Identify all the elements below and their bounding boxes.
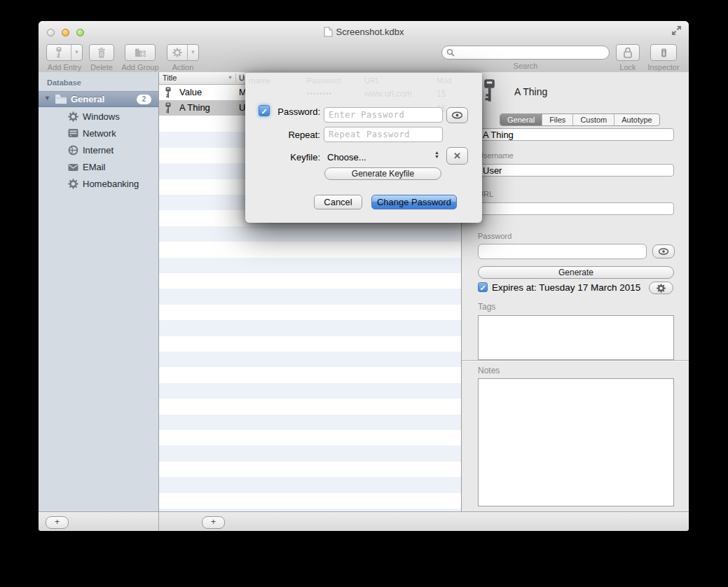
expires-label: Expires at: Tuesday 17 March 2015: [492, 282, 640, 293]
sidebar-item-email[interactable]: EMail: [39, 160, 158, 175]
checkmark-icon: ✓: [479, 284, 486, 292]
add-entry-group: ▼ Add Entry: [45, 44, 84, 71]
disclosure-triangle-icon[interactable]: ▼: [44, 95, 50, 102]
generate-button[interactable]: Generate: [478, 266, 674, 279]
inspector-entry-title: A Thing: [514, 86, 547, 97]
inspector-tabs: General Files Custom Autotype: [500, 113, 660, 126]
dialog-repeat-input[interactable]: [324, 127, 443, 142]
notes-label: Notes: [478, 366, 500, 375]
add-group-plus-button[interactable]: +: [46, 516, 69, 529]
cancel-button[interactable]: Cancel: [314, 195, 362, 209]
inspector-panel: A Thing General Files Custom Autotype Us…: [461, 72, 689, 511]
sidebar-header: Database: [47, 78, 81, 87]
sidebar-item-internet[interactable]: Internet: [39, 143, 158, 158]
search-label: Search: [441, 62, 610, 70]
keyfile-stepper-icon[interactable]: ▲ ▼: [434, 151, 439, 159]
dialog-reveal-password-button[interactable]: [446, 107, 468, 123]
envelope-icon: [68, 162, 78, 172]
inspector-button[interactable]: [650, 44, 677, 61]
cancel-label: Cancel: [324, 197, 352, 207]
fullscreen-icon[interactable]: [671, 25, 682, 36]
action-button[interactable]: ▼: [167, 44, 199, 61]
sidebar-item-label: Homebanking: [83, 179, 139, 189]
server-icon: [68, 128, 78, 139]
expires-options-button[interactable]: [649, 282, 673, 294]
generate-label: Generate: [558, 268, 593, 277]
key-icon: [165, 102, 172, 116]
username-field[interactable]: [478, 164, 674, 177]
tab-custom[interactable]: Custom: [573, 114, 614, 125]
plus-icon: +: [211, 517, 216, 527]
password-field[interactable]: [478, 244, 647, 259]
delete-label: Delete: [85, 63, 118, 71]
add-entry-button[interactable]: ▼: [46, 44, 83, 61]
ghost-header-url: URL: [364, 76, 380, 85]
change-password-button[interactable]: Change Password: [371, 195, 457, 209]
sidebar-item-windows[interactable]: Windows: [39, 109, 158, 125]
inspector-group: Inspector: [645, 44, 682, 71]
gear-icon: [68, 111, 78, 122]
lock-open-icon: [623, 47, 633, 58]
add-entry-plus-button[interactable]: +: [202, 516, 225, 529]
expires-checkbox[interactable]: ✓: [478, 282, 488, 292]
add-group-group: Add Group: [120, 44, 160, 71]
sidebar-group-general[interactable]: ▼ General 2: [39, 91, 158, 107]
action-group: ▼ Action: [163, 44, 202, 71]
ghost-header-modified: Mod: [437, 76, 451, 85]
sidebar-item-network[interactable]: Network: [39, 126, 158, 141]
column-divider[interactable]: [235, 74, 236, 83]
dialog-password-input[interactable]: [324, 107, 443, 123]
search-icon: [446, 48, 455, 57]
tags-box[interactable]: [478, 315, 674, 360]
gear-icon: [657, 284, 666, 293]
keyfile-clear-button[interactable]: ✕: [446, 147, 468, 165]
search-input[interactable]: [455, 46, 609, 59]
gear-icon: [68, 179, 78, 189]
title-field[interactable]: [478, 128, 674, 141]
eye-icon: [658, 248, 669, 255]
tab-general[interactable]: General: [500, 114, 542, 125]
generate-keyfile-button[interactable]: Generate Keyfile: [324, 167, 441, 180]
dialog-repeat-label: Repeat:: [245, 130, 320, 140]
ghost-header-username: rname: [249, 76, 270, 85]
app-window: Screenshot.kdbx ▼ Add Entry: [39, 21, 689, 531]
group-label: General: [71, 94, 104, 104]
sidebar-item-label: Network: [83, 128, 116, 139]
password-label: Password: [478, 232, 511, 240]
column-header-title[interactable]: Title: [163, 74, 177, 82]
lock-label: Lock: [612, 63, 644, 71]
globe-icon: [68, 145, 78, 156]
close-x-icon: ✕: [453, 151, 461, 161]
tags-label: Tags: [478, 302, 495, 312]
sidebar-footer: +: [39, 511, 159, 531]
lock-button[interactable]: [616, 44, 640, 61]
dialog-keyfile-label: Keyfile:: [245, 152, 320, 163]
reveal-password-button[interactable]: [652, 244, 675, 258]
sidebar: Database ▼ General 2 Windows: [39, 72, 159, 511]
gear-icon: [167, 45, 187, 60]
action-dropdown-arrow-icon[interactable]: ▼: [187, 45, 198, 60]
url-field[interactable]: [478, 202, 674, 215]
delete-button[interactable]: [89, 44, 114, 61]
entry-title: Value: [179, 87, 202, 97]
sidebar-item-homebanking[interactable]: Homebanking: [39, 177, 158, 192]
add-entry-dropdown-arrow-icon[interactable]: ▼: [71, 45, 82, 60]
username-label: Username: [478, 151, 514, 160]
inspector-label: Inspector: [645, 63, 682, 71]
action-label: Action: [163, 63, 202, 71]
keyfile-popup[interactable]: Choose...: [327, 152, 366, 163]
notes-box[interactable]: [478, 378, 674, 506]
section-divider: [462, 360, 689, 361]
list-footer: +: [159, 511, 689, 531]
entry-title: A Thing: [179, 102, 210, 113]
change-password-dialog: rname Password URL Mod •••••••• www.url.…: [245, 72, 482, 223]
trash-icon: [97, 48, 106, 58]
add-group-label: Add Group: [120, 63, 160, 71]
dialog-password-label: Password:: [245, 106, 320, 117]
tab-files[interactable]: Files: [542, 114, 573, 125]
search-field[interactable]: [441, 46, 610, 60]
stepper-down-icon[interactable]: ▼: [434, 155, 439, 159]
add-group-button[interactable]: [125, 44, 156, 61]
tab-autotype[interactable]: Autotype: [614, 114, 659, 125]
sidebar-item-label: Internet: [83, 145, 114, 156]
